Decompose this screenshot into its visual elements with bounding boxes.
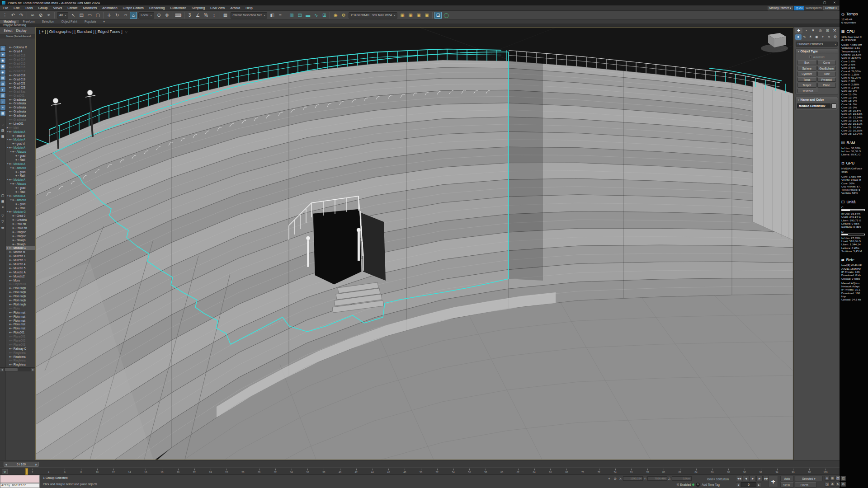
explorer-row[interactable]: ◉●Grad 014: [6, 57, 35, 61]
explorer-row[interactable]: ◉●Ringhiera: [6, 351, 35, 355]
asset-export-icon[interactable]: ▣: [407, 12, 414, 19]
explorer-row[interactable]: ◉●grad: [6, 154, 35, 158]
visibility-eye-icon[interactable]: ◉: [9, 86, 11, 89]
visibility-eye-icon[interactable]: ◉: [12, 235, 14, 237]
explorer-row[interactable]: ◉●Grad 4: [6, 49, 35, 53]
menu-scripting[interactable]: Scripting: [189, 5, 208, 11]
primitive-type-dropdown[interactable]: Standard Primitives▾: [796, 42, 838, 47]
display-groups-icon[interactable]: ◐: [0, 87, 5, 92]
create-sphere-button[interactable]: Sphere: [797, 66, 816, 71]
select-object-icon[interactable]: ↖: [70, 12, 77, 19]
maxscript-mini-listener[interactable]: [0, 475, 40, 483]
frame-down-icon[interactable]: ◀: [736, 482, 741, 487]
maximize-button[interactable]: ▢: [820, 0, 830, 5]
visibility-eye-icon[interactable]: ◉: [15, 174, 17, 177]
ribbon-panel-bar[interactable]: Polygon Modeling: [0, 23, 840, 27]
x-coordinate-field[interactable]: 1290,194: [623, 476, 643, 481]
explorer-row[interactable]: ▼◉●Attacco: [6, 166, 35, 170]
explorer-row[interactable]: ◉●Grad 015: [6, 61, 35, 66]
z-coordinate-field[interactable]: 0,0cm: [672, 476, 692, 481]
visibility-eye-icon[interactable]: ◉: [15, 187, 17, 189]
explorer-row[interactable]: ◉●Grad 018: [6, 73, 35, 77]
scroll-right-icon[interactable]: ▶: [31, 368, 35, 371]
angle-snap-icon[interactable]: ∠: [194, 12, 202, 19]
explorer-row[interactable]: ◉●Grad 017: [6, 69, 35, 73]
visibility-eye-icon[interactable]: ◉: [9, 343, 11, 346]
explorer-row[interactable]: ◉●Mondo di: [6, 250, 35, 254]
explorer-row[interactable]: ◉●Grad 0: [6, 214, 35, 218]
visibility-eye-icon[interactable]: ◉: [9, 283, 11, 285]
explorer-row[interactable]: ◉●Grad001: [6, 94, 35, 98]
current-frame-marker[interactable]: [25, 468, 28, 475]
visibility-eye-icon[interactable]: ◉: [9, 311, 11, 314]
visibility-eye-icon[interactable]: ◉: [9, 271, 11, 273]
project-folder-dropdown[interactable]: C:\Users\Mel...3ds Max 2024▾: [349, 12, 397, 19]
toolbar-handle[interactable]: ⋮: [1, 12, 9, 19]
material-editor-icon[interactable]: ◉: [332, 12, 339, 19]
explorer-row[interactable]: ▼◉●Attacco: [6, 198, 35, 202]
menu-customize[interactable]: Customize: [167, 5, 189, 11]
visibility-eye-icon[interactable]: ◉: [9, 267, 11, 269]
visibility-eye-icon[interactable]: ◉: [9, 90, 11, 93]
explorer-row[interactable]: ◉●Ringhiera: [6, 362, 35, 366]
select-manipulate-icon[interactable]: ✜: [164, 12, 171, 19]
visibility-eye-icon[interactable]: ◉: [12, 227, 14, 229]
explorer-row[interactable]: ◉●Colonna R: [6, 45, 35, 49]
visibility-eye-icon[interactable]: ◉: [15, 159, 17, 161]
visibility-eye-icon[interactable]: ◉: [9, 275, 11, 277]
explorer-row[interactable]: ◉●Grad 023: [6, 85, 35, 89]
display-shapes-icon[interactable]: ◉: [0, 58, 5, 63]
explorer-row[interactable]: ◉●Muretto A: [6, 270, 35, 274]
explorer-display-menu[interactable]: Display: [16, 29, 26, 32]
visibility-eye-icon[interactable]: ◉: [9, 259, 11, 261]
enabled-label[interactable]: Enabled: [680, 483, 691, 486]
explorer-row[interactable]: ◉●Pioli rin: [6, 222, 35, 226]
zoom-icon[interactable]: ⊕: [825, 476, 830, 481]
explorer-row[interactable]: ▼◉●Modulo A: [6, 137, 35, 141]
visibility-eye-icon[interactable]: ◉: [9, 255, 11, 257]
lock-cell-icon[interactable]: ▩: [0, 134, 5, 139]
explorer-row[interactable]: ◉●Raili: [6, 174, 35, 178]
visibility-eye-icon[interactable]: ◉: [9, 78, 11, 80]
unlink-icon[interactable]: ⊘: [37, 12, 44, 19]
explorer-row[interactable]: ◉●grad: [6, 186, 35, 190]
visibility-eye-icon[interactable]: ◉: [9, 279, 11, 282]
explorer-row[interactable]: ◉●Muretto 1: [6, 254, 35, 258]
display-geometry-icon[interactable]: ●: [0, 52, 5, 57]
geometry-category-icon[interactable]: ●: [795, 34, 802, 40]
visibility-eye-icon[interactable]: ◉: [9, 335, 11, 338]
visibility-eye-icon[interactable]: ◉: [9, 291, 11, 293]
visibility-eye-icon[interactable]: ◉: [9, 303, 11, 305]
asset-import-icon[interactable]: ▣: [399, 12, 406, 19]
explorer-row[interactable]: ◉●Ringhie: [6, 230, 35, 234]
usd-save-icon[interactable]: ⊡: [434, 12, 442, 19]
select-link-icon[interactable]: ∞: [29, 12, 36, 19]
explorer-row[interactable]: ◉●Muretto2: [6, 274, 35, 278]
spinner-snap-icon[interactable]: ↕: [211, 12, 218, 19]
minimize-button[interactable]: –: [810, 0, 820, 5]
ribbon-tab-selection[interactable]: Selection: [38, 20, 58, 23]
close-button[interactable]: ✕: [830, 0, 840, 5]
visibility-eye-icon[interactable]: ◉: [12, 142, 14, 145]
explorer-row[interactable]: ◉●Pioli ringh: [6, 286, 35, 290]
ribbon-tab-freeform[interactable]: Freeform: [19, 20, 38, 23]
curve-editor-icon[interactable]: ∿: [312, 12, 320, 19]
explorer-name-column-header[interactable]: Name (Sorted Ascendi: [0, 34, 35, 38]
select-rotate-icon[interactable]: ↻: [113, 12, 121, 19]
rect-selection-region-icon[interactable]: ▭: [86, 12, 93, 19]
time-slider[interactable]: ◀ 0 / 100 ▶: [4, 462, 39, 467]
shapes-category-icon[interactable]: ∿: [802, 34, 808, 40]
explorer-row[interactable]: ◉●grad: [6, 202, 35, 206]
visibility-eye-icon[interactable]: ◉: [15, 191, 17, 193]
visibility-eye-icon[interactable]: ◉: [9, 363, 11, 366]
explorer-row[interactable]: ◉●Gradinata: [6, 117, 35, 122]
visibility-eye-icon[interactable]: ◉: [12, 231, 14, 233]
auto-key-button[interactable]: Auto: [780, 476, 794, 481]
visibility-eye-icon[interactable]: ◉: [9, 319, 11, 322]
explorer-row[interactable]: ◉●grad d: [6, 134, 35, 138]
visibility-eye-icon[interactable]: ◉: [12, 243, 14, 245]
explorer-row[interactable]: ▼◉●Modulo G: [6, 210, 35, 214]
object-type-rollout-header[interactable]: ▼Object Type: [796, 49, 838, 54]
explorer-hscrollbar[interactable]: ◀ ▶: [0, 367, 35, 371]
explorer-row[interactable]: ◉●Grad 021: [6, 81, 35, 85]
